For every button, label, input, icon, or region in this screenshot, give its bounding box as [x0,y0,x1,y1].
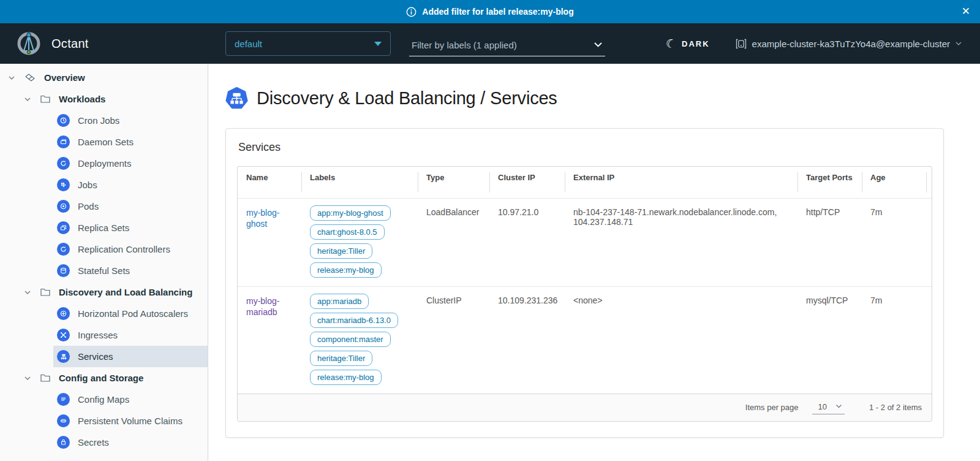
sidebar-item-label: Stateful Sets [78,265,130,276]
namespace-select[interactable]: default [225,31,391,56]
info-icon [406,7,417,17]
cluster-name: example-cluster-ka3TuTzYo4a@example-clus… [752,39,950,49]
label-pill[interactable]: chart:mariadb-6.13.0 [310,313,398,328]
label-pill[interactable]: app:mariadb [310,294,369,309]
chevron-down-icon[interactable] [23,375,32,382]
octant-logo-icon [16,31,42,56]
cronjobs-icon [57,114,70,127]
column-header-labels[interactable]: Labels [301,167,418,198]
services-table: Name Labels Type Cluster IP External IP … [237,166,932,422]
cell-external-ip: <none> [565,286,797,394]
service-link-my-blog-ghost[interactable]: my-blog-ghost [246,207,293,230]
sidebar-item-label: Jobs [78,180,97,190]
sidebar-item-stateful-sets[interactable]: Stateful Sets [53,260,208,281]
cell-cluster-ip: 10.97.21.0 [489,198,565,286]
chevron-down-icon[interactable] [23,96,32,103]
sidebar-item-horizontal-pod-autoscalers[interactable]: Horizontal Pod Autoscalers [53,303,208,324]
notification-message: Added filter for label release:my-blog [422,7,573,17]
card-title: Services [237,140,932,166]
label-pill[interactable]: release:my-blog [310,370,382,385]
items-per-page-select[interactable]: 10 [812,401,845,414]
sidebar-item-cron-jobs[interactable]: Cron Jobs [53,110,208,131]
dark-label: DARK [682,39,710,48]
sidebar-group-config-and-storage[interactable]: Config and Storage [0,367,208,389]
cell-age: 7m [862,286,926,394]
cell-type: ClusterIP [418,286,489,394]
label-pill[interactable]: heritage:Tiller [310,243,372,259]
label-pill[interactable]: component:master [310,332,391,347]
sidebar-item-pods[interactable]: Pods [53,196,208,217]
service-link-my-blog-mariadb[interactable]: my-blog-mariadb [246,295,293,319]
replicasets-icon [57,221,70,234]
ingresses-icon [57,329,70,341]
dark-theme-toggle[interactable]: ☾ DARK [666,38,710,50]
label-pill[interactable]: heritage:Tiller [310,351,372,366]
services-card: Services Name Labels Type Cluster IP [225,128,944,438]
services-icon [57,350,70,363]
label-filter-dropdown[interactable]: Filter by labels (1 applied) [409,40,605,56]
sidebar-item-label: Ingresses [78,330,118,340]
sidebar-item-replica-sets[interactable]: Replica Sets [53,217,208,238]
pods-icon [57,200,70,213]
sidebar-item-label: Persistent Volume Claims [78,416,183,426]
chevron-down-icon [835,404,842,409]
column-header-target-ports[interactable]: Target Ports [797,167,862,198]
sidebar-item-replication-controllers[interactable]: Replication Controllers [53,238,208,260]
label-pill[interactable]: app:my-blog-ghost [310,205,391,221]
statefulsets-icon [57,264,70,277]
page-title: Discovery & Load Balancing / Services [257,88,557,109]
table-header-row: Name Labels Type Cluster IP External IP … [238,167,932,198]
daemonsets-icon [57,135,70,148]
sidebar-item-config-maps[interactable]: Config Maps [53,389,208,410]
jobs-icon [57,178,70,191]
column-header-type[interactable]: Type [418,167,489,198]
sidebar-item-label: Daemon Sets [78,137,134,147]
sidebar-item-daemon-sets[interactable]: Daemon Sets [53,131,208,153]
sidebar-item-label: Config Maps [78,394,129,405]
sidebar-item-jobs[interactable]: Jobs [53,174,208,196]
sidebar-item-deployments[interactable]: Deployments [53,153,208,174]
sidebar-group-discovery-and-load-balancing[interactable]: Discovery and Load Balancing [0,281,208,303]
items-per-page-value: 10 [818,402,827,411]
sidebar-item-label: Overview [44,72,85,83]
sidebar-group-label: Discovery and Load Balancing [59,287,192,297]
sidebar: Overview Workloads Cron Jobs Daemon Sets… [0,64,208,461]
main-content: Discovery & Load Balancing / Services Se… [208,64,980,461]
sidebar-group-workloads[interactable]: Workloads [0,88,208,110]
sidebar-item-ingresses[interactable]: Ingresses [53,324,208,346]
cell-target-ports: mysql/TCP [797,286,862,394]
cluster-selector[interactable]: example-cluster-ka3TuTzYo4a@example-clus… [736,39,962,49]
sidebar-item-persistent-volume-claims[interactable]: Persistent Volume Claims [53,410,208,432]
pvc-icon [57,414,70,427]
label-pill[interactable]: chart:ghost-8.0.5 [310,224,385,240]
app-header: Octant default Filter by labels (1 appli… [0,23,980,64]
chevron-down-icon[interactable] [23,289,32,296]
folder-icon [40,374,50,382]
column-header-age[interactable]: Age [862,167,926,198]
secrets-icon [57,436,70,449]
sidebar-item-services[interactable]: Services [53,346,208,367]
sidebar-item-label: Replica Sets [78,223,129,233]
hpa-icon [57,307,70,320]
sidebar-item-secrets[interactable]: Secrets [53,432,208,453]
chevron-down-icon [956,42,962,46]
column-header-name[interactable]: Name [238,167,301,198]
folder-icon [40,95,50,103]
sidebar-group-label: Workloads [59,94,105,104]
cell-target-ports: http/TCP [797,198,862,286]
folder-icon [40,288,50,296]
chevron-down-icon[interactable] [7,74,16,82]
close-icon[interactable]: ✕ [962,5,970,18]
label-pill[interactable]: release:my-blog [310,262,382,278]
namespace-value: default [235,39,262,49]
column-header-cluster-ip[interactable]: Cluster IP [489,167,565,198]
sidebar-item-overview[interactable]: Overview [0,67,208,88]
sidebar-item-label: Replication Controllers [78,244,170,254]
notification-bar: Added filter for label release:my-blog ✕ [0,0,980,23]
column-header-external-ip[interactable]: External IP [565,167,797,198]
deployments-icon [57,157,70,170]
replication-controllers-icon [57,243,70,256]
items-per-page-label: Items per page [745,403,799,412]
cluster-icon [736,39,747,49]
moon-icon: ☾ [665,37,677,51]
